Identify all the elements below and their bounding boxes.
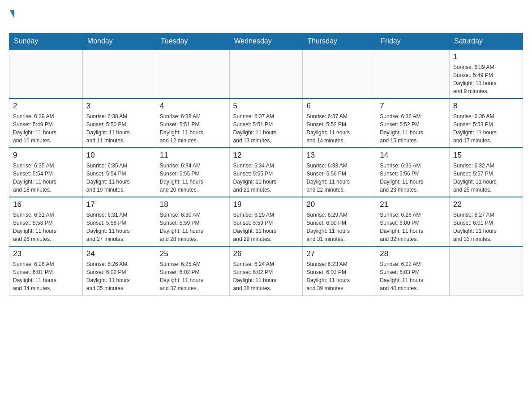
calendar-day-cell: 9Sunrise: 6:35 AMSunset: 5:54 PMDaylight… bbox=[9, 148, 83, 197]
day-number: 26 bbox=[233, 249, 299, 258]
calendar-day-cell bbox=[450, 246, 523, 295]
day-info: Sunrise: 6:34 AMSunset: 5:55 PMDaylight:… bbox=[233, 162, 299, 194]
calendar-day-cell: 22Sunrise: 6:27 AMSunset: 6:01 PMDayligh… bbox=[450, 197, 523, 246]
calendar-week-row: 23Sunrise: 6:26 AMSunset: 6:01 PMDayligh… bbox=[9, 246, 523, 295]
day-info: Sunrise: 6:28 AMSunset: 6:00 PMDaylight:… bbox=[380, 211, 446, 243]
day-number: 5 bbox=[233, 102, 299, 111]
calendar-day-cell: 14Sunrise: 6:33 AMSunset: 5:56 PMDayligh… bbox=[376, 148, 450, 197]
page-header bbox=[9, 9, 523, 29]
day-number: 27 bbox=[306, 249, 372, 258]
day-number: 6 bbox=[306, 102, 372, 111]
day-number: 14 bbox=[380, 151, 446, 160]
logo-triangle-icon bbox=[10, 10, 14, 18]
calendar-week-row: 2Sunrise: 6:39 AMSunset: 5:49 PMDaylight… bbox=[9, 98, 523, 148]
day-info: Sunrise: 6:23 AMSunset: 6:03 PMDaylight:… bbox=[306, 260, 372, 292]
day-number: 15 bbox=[453, 151, 519, 160]
day-info: Sunrise: 6:31 AMSunset: 5:58 PMDaylight:… bbox=[86, 211, 152, 243]
calendar-day-cell: 23Sunrise: 6:26 AMSunset: 6:01 PMDayligh… bbox=[9, 246, 83, 295]
calendar-header-row: SundayMondayTuesdayWednesdayThursdayFrid… bbox=[9, 34, 523, 50]
day-number: 16 bbox=[13, 200, 79, 209]
day-info: Sunrise: 6:37 AMSunset: 5:51 PMDaylight:… bbox=[233, 112, 299, 145]
day-number: 4 bbox=[160, 102, 226, 111]
calendar-day-cell: 27Sunrise: 6:23 AMSunset: 6:03 PMDayligh… bbox=[303, 246, 376, 295]
day-number: 17 bbox=[86, 200, 152, 209]
day-info: Sunrise: 6:35 AMSunset: 5:54 PMDaylight:… bbox=[13, 162, 79, 194]
logo bbox=[9, 9, 14, 29]
day-info: Sunrise: 6:24 AMSunset: 6:02 PMDaylight:… bbox=[233, 260, 299, 292]
day-number: 25 bbox=[160, 249, 226, 258]
day-info: Sunrise: 6:30 AMSunset: 5:59 PMDaylight:… bbox=[160, 211, 226, 243]
calendar-header-monday: Monday bbox=[82, 34, 156, 50]
day-info: Sunrise: 6:22 AMSunset: 6:03 PMDaylight:… bbox=[380, 260, 446, 292]
calendar-day-cell: 15Sunrise: 6:32 AMSunset: 5:57 PMDayligh… bbox=[450, 148, 523, 197]
day-number: 7 bbox=[380, 102, 446, 111]
calendar-day-cell: 5Sunrise: 6:37 AMSunset: 5:51 PMDaylight… bbox=[229, 98, 303, 148]
day-number: 24 bbox=[86, 249, 152, 258]
day-info: Sunrise: 6:35 AMSunset: 5:54 PMDaylight:… bbox=[86, 162, 152, 194]
day-number: 21 bbox=[380, 200, 446, 209]
calendar-day-cell: 7Sunrise: 6:36 AMSunset: 5:52 PMDaylight… bbox=[376, 98, 450, 148]
day-info: Sunrise: 6:38 AMSunset: 5:50 PMDaylight:… bbox=[86, 112, 152, 145]
day-info: Sunrise: 6:33 AMSunset: 5:56 PMDaylight:… bbox=[380, 162, 446, 194]
day-info: Sunrise: 6:26 AMSunset: 6:02 PMDaylight:… bbox=[86, 260, 152, 292]
calendar-day-cell: 19Sunrise: 6:29 AMSunset: 5:59 PMDayligh… bbox=[229, 197, 303, 246]
day-number: 22 bbox=[453, 200, 519, 209]
calendar-week-row: 9Sunrise: 6:35 AMSunset: 5:54 PMDaylight… bbox=[9, 148, 523, 197]
calendar-day-cell: 11Sunrise: 6:34 AMSunset: 5:55 PMDayligh… bbox=[156, 148, 229, 197]
calendar-day-cell: 13Sunrise: 6:33 AMSunset: 5:56 PMDayligh… bbox=[303, 148, 376, 197]
day-number: 10 bbox=[86, 151, 152, 160]
calendar-week-row: 16Sunrise: 6:31 AMSunset: 5:58 PMDayligh… bbox=[9, 197, 523, 246]
calendar-day-cell bbox=[376, 49, 450, 98]
day-info: Sunrise: 6:39 AMSunset: 5:49 PMDaylight:… bbox=[453, 63, 519, 95]
day-info: Sunrise: 6:36 AMSunset: 5:53 PMDaylight:… bbox=[453, 112, 519, 145]
calendar-header-thursday: Thursday bbox=[303, 34, 376, 50]
calendar-header-wednesday: Wednesday bbox=[229, 34, 303, 50]
day-number: 3 bbox=[86, 102, 152, 111]
calendar-day-cell: 17Sunrise: 6:31 AMSunset: 5:58 PMDayligh… bbox=[82, 197, 156, 246]
day-info: Sunrise: 6:34 AMSunset: 5:55 PMDaylight:… bbox=[160, 162, 226, 194]
day-info: Sunrise: 6:33 AMSunset: 5:56 PMDaylight:… bbox=[306, 162, 372, 194]
day-info: Sunrise: 6:32 AMSunset: 5:57 PMDaylight:… bbox=[453, 162, 519, 194]
day-number: 18 bbox=[160, 200, 226, 209]
day-info: Sunrise: 6:26 AMSunset: 6:01 PMDaylight:… bbox=[13, 260, 79, 292]
day-number: 13 bbox=[306, 151, 372, 160]
calendar-day-cell: 28Sunrise: 6:22 AMSunset: 6:03 PMDayligh… bbox=[376, 246, 450, 295]
calendar-day-cell bbox=[229, 49, 303, 98]
calendar-day-cell: 2Sunrise: 6:39 AMSunset: 5:49 PMDaylight… bbox=[9, 98, 83, 148]
day-number: 2 bbox=[13, 102, 79, 111]
calendar-header-tuesday: Tuesday bbox=[156, 34, 229, 50]
calendar-day-cell: 12Sunrise: 6:34 AMSunset: 5:55 PMDayligh… bbox=[229, 148, 303, 197]
calendar-day-cell bbox=[156, 49, 229, 98]
day-number: 8 bbox=[453, 102, 519, 111]
calendar-day-cell: 26Sunrise: 6:24 AMSunset: 6:02 PMDayligh… bbox=[229, 246, 303, 295]
day-info: Sunrise: 6:37 AMSunset: 5:52 PMDaylight:… bbox=[306, 112, 372, 145]
day-number: 20 bbox=[306, 200, 372, 209]
day-number: 19 bbox=[233, 200, 299, 209]
calendar-header-sunday: Sunday bbox=[9, 34, 83, 50]
calendar-table: SundayMondayTuesdayWednesdayThursdayFrid… bbox=[9, 33, 523, 296]
calendar-day-cell: 6Sunrise: 6:37 AMSunset: 5:52 PMDaylight… bbox=[303, 98, 376, 148]
calendar-day-cell: 8Sunrise: 6:36 AMSunset: 5:53 PMDaylight… bbox=[450, 98, 523, 148]
calendar-day-cell: 21Sunrise: 6:28 AMSunset: 6:00 PMDayligh… bbox=[376, 197, 450, 246]
calendar-day-cell: 18Sunrise: 6:30 AMSunset: 5:59 PMDayligh… bbox=[156, 197, 229, 246]
day-info: Sunrise: 6:39 AMSunset: 5:49 PMDaylight:… bbox=[13, 112, 79, 145]
calendar-day-cell: 3Sunrise: 6:38 AMSunset: 5:50 PMDaylight… bbox=[82, 98, 156, 148]
day-number: 1 bbox=[453, 52, 519, 61]
day-info: Sunrise: 6:25 AMSunset: 6:02 PMDaylight:… bbox=[160, 260, 226, 292]
day-info: Sunrise: 6:31 AMSunset: 5:58 PMDaylight:… bbox=[13, 211, 79, 243]
calendar-day-cell: 24Sunrise: 6:26 AMSunset: 6:02 PMDayligh… bbox=[82, 246, 156, 295]
calendar-day-cell: 1Sunrise: 6:39 AMSunset: 5:49 PMDaylight… bbox=[450, 49, 523, 98]
day-info: Sunrise: 6:29 AMSunset: 6:00 PMDaylight:… bbox=[306, 211, 372, 243]
calendar-day-cell bbox=[303, 49, 376, 98]
calendar-day-cell: 25Sunrise: 6:25 AMSunset: 6:02 PMDayligh… bbox=[156, 246, 229, 295]
day-number: 11 bbox=[160, 151, 226, 160]
day-number: 23 bbox=[13, 249, 79, 258]
day-info: Sunrise: 6:36 AMSunset: 5:52 PMDaylight:… bbox=[380, 112, 446, 145]
day-number: 9 bbox=[13, 151, 79, 160]
day-info: Sunrise: 6:29 AMSunset: 5:59 PMDaylight:… bbox=[233, 211, 299, 243]
calendar-day-cell bbox=[82, 49, 156, 98]
day-number: 28 bbox=[380, 249, 446, 258]
calendar-day-cell: 16Sunrise: 6:31 AMSunset: 5:58 PMDayligh… bbox=[9, 197, 83, 246]
day-info: Sunrise: 6:38 AMSunset: 5:51 PMDaylight:… bbox=[160, 112, 226, 145]
calendar-header-friday: Friday bbox=[376, 34, 450, 50]
